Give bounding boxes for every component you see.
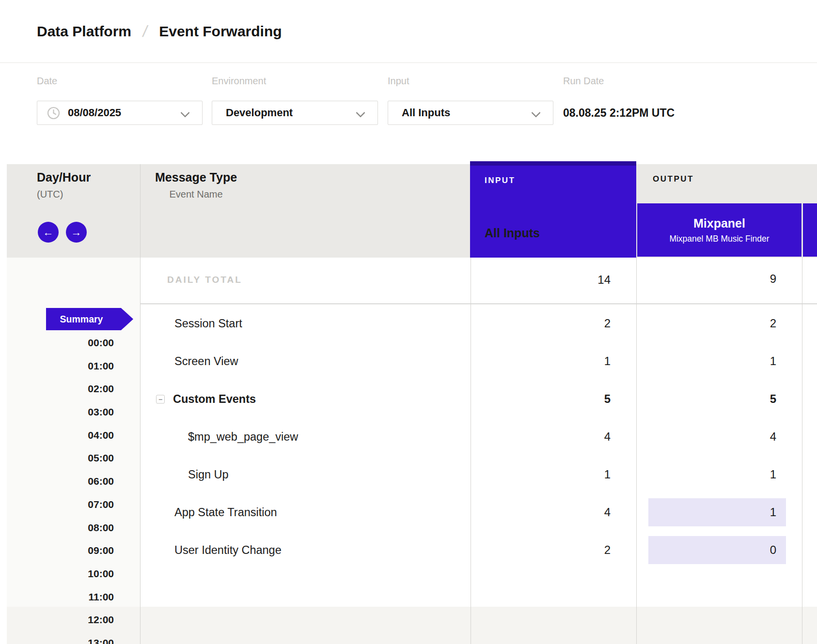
input-count: 4 — [604, 430, 611, 444]
input-filter-label: Input — [388, 76, 409, 87]
event-name: Custom Events — [173, 393, 256, 406]
hour-label[interactable]: 04:00 — [7, 424, 114, 447]
event-rows: Session Start 2 2 Screen View 1 1 − Cust… — [7, 305, 817, 569]
page-title: Event Forwarding — [159, 23, 282, 40]
event-name: $mp_web_page_view — [188, 430, 298, 444]
run-date-label: Run Date — [563, 76, 604, 87]
input-column-header[interactable]: INPUT All Inputs — [470, 161, 636, 258]
hour-label[interactable]: 01:00 — [7, 354, 114, 378]
input-count: 5 — [604, 392, 611, 406]
hour-label[interactable]: 03:00 — [7, 400, 114, 424]
breadcrumb: Data Platform / Event Forwarding — [37, 0, 282, 63]
hour-label[interactable]: 12:00 — [7, 608, 114, 631]
column-divider — [636, 258, 637, 644]
chevron-down-icon — [531, 108, 541, 118]
date-filter-label: Date — [37, 76, 57, 87]
environment-value: Development — [226, 107, 293, 119]
hour-label[interactable]: 13:00 — [7, 631, 114, 644]
hour-label[interactable]: 10:00 — [7, 562, 114, 585]
hour-label[interactable]: 02:00 — [7, 377, 114, 400]
hour-label[interactable]: 06:00 — [7, 470, 114, 493]
breadcrumb-separator: / — [141, 22, 149, 41]
clock-icon — [47, 107, 60, 120]
message-type-title: Message Type — [155, 170, 237, 184]
environment-dropdown[interactable]: Development — [212, 101, 378, 125]
hour-label[interactable]: 05:00 — [7, 446, 114, 470]
environment-filter-label: Environment — [212, 76, 266, 87]
chevron-down-icon — [180, 108, 190, 118]
output-count: 1 — [770, 468, 776, 481]
input-column-name: All Inputs — [485, 226, 540, 240]
hour-label[interactable]: 07:00 — [7, 493, 114, 516]
hour-label[interactable]: 00:00 — [7, 331, 114, 354]
table-row: Screen View 1 1 — [7, 342, 817, 380]
arrow-left-icon: ← — [43, 226, 54, 239]
event-name: Sign Up — [188, 468, 229, 481]
input-section-label: INPUT — [485, 176, 636, 185]
daily-total-output-value: 9 — [770, 272, 776, 286]
arrow-right-icon: → — [71, 226, 82, 239]
highlighted-cell — [648, 536, 786, 564]
hour-label[interactable]: 11:00 — [7, 585, 114, 609]
highlighted-cell — [648, 498, 786, 526]
daily-total-label: DAILY TOTAL — [167, 275, 242, 285]
day-hour-title: Day/Hour — [37, 170, 91, 184]
day-hour-header: Day/Hour (UTC) — [37, 170, 91, 200]
top-bar: Data Platform / Event Forwarding — [0, 0, 817, 63]
output-column-name: Mixpanel — [693, 216, 745, 230]
day-nav-buttons: ← → — [38, 222, 87, 243]
date-dropdown[interactable]: 08/08/2025 — [37, 101, 203, 125]
daily-total-divider — [140, 304, 817, 304]
table-row: User Identity Change 2 0 — [7, 531, 817, 569]
input-count: 2 — [604, 317, 611, 330]
message-type-subtitle: Event Name — [155, 189, 237, 200]
date-value: 08/08/2025 — [68, 107, 121, 119]
table-row: Sign Up 1 1 — [7, 456, 817, 493]
day-hour-subtitle: (UTC) — [37, 189, 91, 200]
event-name: Screen View — [174, 355, 238, 368]
event-name: App State Transition — [174, 506, 277, 519]
output-section-label: OUTPUT — [653, 174, 694, 184]
daily-total-input-value: 14 — [597, 273, 611, 287]
minus-square-icon: − — [158, 396, 162, 402]
table-row: $mp_web_page_view 4 4 — [7, 418, 817, 456]
chevron-down-icon — [356, 108, 365, 118]
next-output-column-partial[interactable] — [803, 203, 817, 257]
output-count: 1 — [770, 354, 776, 368]
output-count: 5 — [770, 392, 776, 406]
table-row: − Custom Events 5 5 — [7, 380, 817, 418]
collapse-toggle[interactable]: − — [156, 395, 165, 403]
input-count: 1 — [604, 468, 611, 481]
summary-row-selector[interactable]: Summary — [46, 308, 133, 330]
previous-day-button[interactable]: ← — [38, 222, 59, 243]
column-divider — [471, 258, 471, 644]
run-date-value: 08.08.25 2:12PM UTC — [563, 101, 675, 125]
table-row: App State Transition 4 1 — [7, 493, 817, 531]
event-forwarding-page: Data Platform / Event Forwarding Date En… — [0, 0, 817, 644]
input-count: 4 — [604, 506, 611, 519]
input-count: 1 — [604, 354, 611, 368]
message-type-header: Message Type Event Name — [155, 170, 237, 200]
input-count: 2 — [604, 543, 611, 557]
input-dropdown[interactable]: All Inputs — [388, 101, 553, 125]
table-footer-band — [7, 607, 817, 644]
output-count: 0 — [770, 543, 776, 557]
next-day-button[interactable]: → — [66, 222, 87, 243]
hour-label[interactable]: 09:00 — [7, 539, 114, 562]
hour-label[interactable]: 08:00 — [7, 516, 114, 539]
event-name: Session Start — [174, 317, 242, 330]
output-count: 1 — [770, 506, 776, 519]
breadcrumb-section[interactable]: Data Platform — [37, 23, 131, 40]
output-count: 4 — [770, 430, 776, 444]
column-divider — [140, 164, 141, 644]
output-column-header[interactable]: Mixpanel Mixpanel MB Music Finder — [637, 203, 801, 257]
event-group-name: − Custom Events — [156, 393, 256, 406]
hour-axis: 00:00 01:00 02:00 03:00 04:00 05:00 06:0… — [7, 331, 114, 644]
column-divider — [802, 258, 802, 644]
output-column-subtitle: Mixpanel MB Music Finder — [669, 234, 769, 244]
output-count: 2 — [770, 317, 776, 330]
input-value: All Inputs — [402, 107, 450, 119]
event-name: User Identity Change — [174, 544, 282, 557]
